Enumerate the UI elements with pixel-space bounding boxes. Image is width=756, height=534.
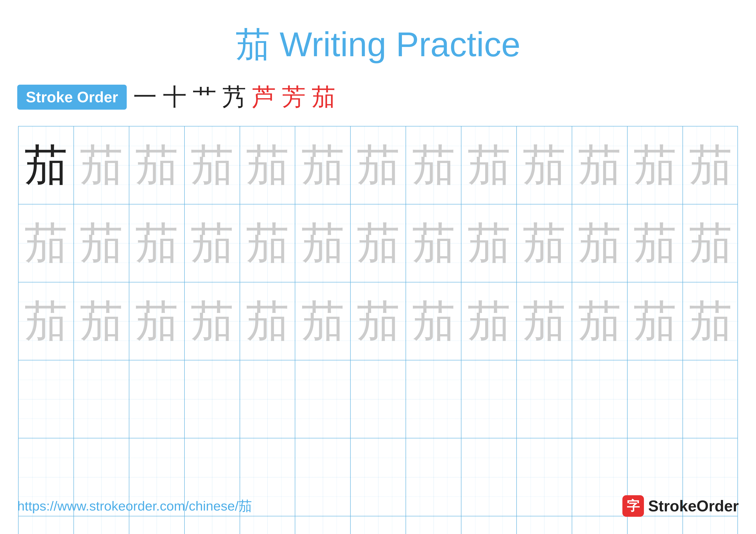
grid-cell[interactable]	[18, 516, 74, 534]
grid-cell[interactable]: 茄	[572, 282, 628, 360]
logo-icon: 字	[622, 495, 644, 517]
grid-row-3: 茄 茄 茄 茄 茄 茄 茄 茄 茄 茄 茄 茄 茄	[18, 282, 738, 360]
char-light: 茄	[24, 214, 68, 272]
grid-cell[interactable]: 茄	[628, 126, 683, 204]
char-light: 茄	[412, 136, 455, 194]
char-light: 茄	[412, 292, 455, 350]
grid-cell[interactable]	[517, 516, 572, 534]
char-dark: 茄	[24, 136, 68, 194]
grid-cell[interactable]: 茄	[517, 204, 572, 282]
stroke-order-badge: Stroke Order	[17, 85, 127, 110]
char-light: 茄	[523, 214, 566, 272]
grid-cell[interactable]: 茄	[628, 282, 683, 360]
char-light: 茄	[357, 214, 400, 272]
grid-cell[interactable]	[572, 516, 628, 534]
grid-cell[interactable]: 茄	[240, 204, 295, 282]
grid-cell[interactable]	[461, 516, 517, 534]
grid-cell[interactable]	[129, 360, 185, 438]
grid-cell[interactable]: 茄	[18, 282, 74, 360]
grid-cell[interactable]: 茄	[74, 282, 129, 360]
grid-cell[interactable]	[683, 516, 738, 534]
grid-cell[interactable]: 茄	[129, 282, 185, 360]
grid-cell[interactable]: 茄	[572, 204, 628, 282]
grid-cell[interactable]	[74, 360, 129, 438]
grid-cell[interactable]: 茄	[295, 282, 351, 360]
char-light: 茄	[301, 214, 344, 272]
grid-cell[interactable]	[683, 360, 738, 438]
grid-cell[interactable]: 茄	[351, 204, 406, 282]
grid-cell[interactable]	[295, 516, 351, 534]
grid-cell[interactable]	[572, 360, 628, 438]
grid-cell[interactable]: 茄	[185, 126, 240, 204]
grid-row-2: 茄 茄 茄 茄 茄 茄 茄 茄 茄 茄 茄 茄 茄	[18, 204, 738, 282]
grid-cell[interactable]	[129, 516, 185, 534]
grid-cell[interactable]: 茄	[406, 204, 461, 282]
grid-cell[interactable]: 茄	[461, 204, 517, 282]
grid-cell[interactable]	[240, 516, 295, 534]
page-title: 茄 Writing Practice	[235, 21, 521, 68]
grid-cell[interactable]	[185, 516, 240, 534]
grid-cell[interactable]: 茄	[185, 282, 240, 360]
stroke-5: 芦	[252, 81, 276, 113]
grid-cell[interactable]: 茄	[461, 126, 517, 204]
grid-cell[interactable]	[351, 360, 406, 438]
grid-cell[interactable]: 茄	[517, 126, 572, 204]
grid-cell[interactable]: 茄	[406, 126, 461, 204]
grid-cell[interactable]: 茄	[240, 282, 295, 360]
grid-row-4	[18, 360, 738, 438]
grid-cell[interactable]	[351, 516, 406, 534]
char-light: 茄	[135, 214, 178, 272]
grid-cell[interactable]	[461, 360, 517, 438]
char-light: 茄	[80, 136, 123, 194]
grid-cell[interactable]: 茄	[628, 204, 683, 282]
char-light: 茄	[357, 292, 400, 350]
grid-cell[interactable]: 茄	[18, 126, 74, 204]
grid-cell[interactable]: 茄	[517, 282, 572, 360]
char-light: 茄	[24, 292, 68, 350]
grid-cell[interactable]: 茄	[18, 204, 74, 282]
grid-cell[interactable]	[74, 516, 129, 534]
stroke-4: 艿	[222, 81, 246, 113]
char-light: 茄	[191, 292, 233, 350]
grid-cell[interactable]: 茄	[461, 282, 517, 360]
char-light: 茄	[689, 292, 732, 350]
grid-cell[interactable]	[295, 360, 351, 438]
grid-cell[interactable]: 茄	[683, 204, 738, 282]
stroke-order-section: Stroke Order 一 十 艹 艿 芦 芳 茄	[17, 81, 335, 113]
grid-cell[interactable]: 茄	[74, 204, 129, 282]
grid-cell[interactable]: 茄	[74, 126, 129, 204]
stroke-6: 芳	[282, 81, 306, 113]
grid-cell[interactable]: 茄	[406, 282, 461, 360]
grid-cell[interactable]: 茄	[295, 204, 351, 282]
grid-cell[interactable]	[406, 360, 461, 438]
grid-cell[interactable]: 茄	[240, 126, 295, 204]
grid-cell[interactable]: 茄	[683, 282, 738, 360]
char-light: 茄	[246, 214, 289, 272]
char-light: 茄	[634, 214, 676, 272]
footer-url[interactable]: https://www.strokeorder.com/chinese/茄	[17, 497, 252, 515]
footer: https://www.strokeorder.com/chinese/茄 字 …	[17, 495, 739, 517]
char-light: 茄	[246, 292, 289, 350]
stroke-2: 十	[163, 81, 187, 113]
grid-cell[interactable]: 茄	[351, 126, 406, 204]
grid-cell[interactable]: 茄	[129, 204, 185, 282]
grid-cell[interactable]: 茄	[572, 126, 628, 204]
grid-cell[interactable]	[240, 360, 295, 438]
grid-cell[interactable]	[628, 516, 683, 534]
grid-cell[interactable]: 茄	[295, 126, 351, 204]
grid-cell[interactable]	[185, 360, 240, 438]
char-light: 茄	[523, 136, 566, 194]
char-light: 茄	[80, 292, 123, 350]
grid-cell[interactable]	[628, 360, 683, 438]
grid-cell[interactable]	[18, 360, 74, 438]
char-light: 茄	[301, 136, 344, 194]
grid-cell[interactable]: 茄	[185, 204, 240, 282]
grid-cell[interactable]: 茄	[683, 126, 738, 204]
grid-cell[interactable]	[517, 360, 572, 438]
grid-cell[interactable]: 茄	[351, 282, 406, 360]
stroke-1: 一	[133, 81, 157, 113]
grid-cell[interactable]: 茄	[129, 126, 185, 204]
grid-cell[interactable]	[406, 516, 461, 534]
char-light: 茄	[634, 136, 676, 194]
char-light: 茄	[578, 292, 621, 350]
